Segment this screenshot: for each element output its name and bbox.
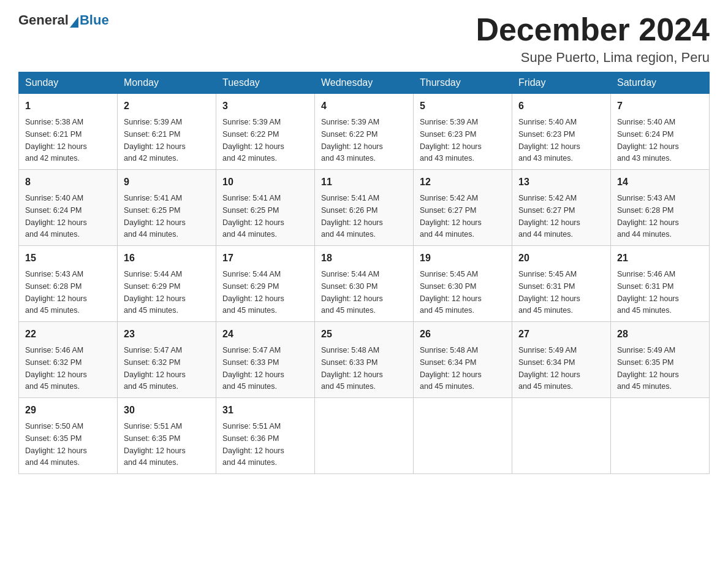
table-row [611, 398, 710, 474]
table-row: 18 Sunrise: 5:44 AM Sunset: 6:30 PM Dayl… [315, 246, 414, 322]
day-info: Sunrise: 5:47 AM Sunset: 6:32 PM Dayligh… [124, 346, 186, 391]
table-row: 13 Sunrise: 5:42 AM Sunset: 6:27 PM Dayl… [512, 170, 611, 246]
logo: General Blue [18, 12, 109, 28]
day-info: Sunrise: 5:48 AM Sunset: 6:33 PM Dayligh… [321, 346, 383, 391]
day-number: 6 [518, 99, 604, 113]
table-row: 8 Sunrise: 5:40 AM Sunset: 6:24 PM Dayli… [19, 170, 118, 246]
day-info: Sunrise: 5:40 AM Sunset: 6:24 PM Dayligh… [25, 194, 87, 239]
table-row: 23 Sunrise: 5:47 AM Sunset: 6:32 PM Dayl… [118, 322, 216, 398]
calendar-week-3: 15 Sunrise: 5:43 AM Sunset: 6:28 PM Dayl… [19, 246, 710, 322]
day-number: 8 [25, 175, 111, 190]
day-info: Sunrise: 5:43 AM Sunset: 6:28 PM Dayligh… [25, 270, 87, 315]
day-info: Sunrise: 5:46 AM Sunset: 6:32 PM Dayligh… [25, 346, 87, 391]
day-info: Sunrise: 5:38 AM Sunset: 6:21 PM Dayligh… [25, 118, 87, 163]
table-row: 20 Sunrise: 5:45 AM Sunset: 6:31 PM Dayl… [512, 246, 611, 322]
day-number: 26 [420, 327, 506, 342]
day-number: 13 [518, 175, 604, 190]
table-row: 11 Sunrise: 5:41 AM Sunset: 6:26 PM Dayl… [315, 170, 414, 246]
calendar-week-5: 29 Sunrise: 5:50 AM Sunset: 6:35 PM Dayl… [19, 398, 710, 474]
day-number: 15 [25, 251, 111, 266]
logo-arrow-icon [70, 17, 78, 28]
day-info: Sunrise: 5:39 AM Sunset: 6:22 PM Dayligh… [321, 118, 383, 163]
day-number: 4 [321, 99, 407, 113]
table-row: 22 Sunrise: 5:46 AM Sunset: 6:32 PM Dayl… [19, 322, 118, 398]
day-number: 25 [321, 327, 407, 342]
table-row: 28 Sunrise: 5:49 AM Sunset: 6:35 PM Dayl… [611, 322, 710, 398]
day-number: 7 [617, 99, 703, 113]
day-number: 9 [124, 175, 210, 190]
day-info: Sunrise: 5:39 AM Sunset: 6:22 PM Dayligh… [222, 118, 284, 163]
calendar-table: Sunday Monday Tuesday Wednesday Thursday… [18, 72, 710, 474]
day-number: 16 [124, 251, 210, 266]
day-info: Sunrise: 5:40 AM Sunset: 6:24 PM Dayligh… [617, 118, 679, 163]
day-info: Sunrise: 5:45 AM Sunset: 6:30 PM Dayligh… [420, 270, 482, 315]
day-info: Sunrise: 5:39 AM Sunset: 6:23 PM Dayligh… [420, 118, 482, 163]
day-info: Sunrise: 5:45 AM Sunset: 6:31 PM Dayligh… [518, 270, 580, 315]
table-row: 9 Sunrise: 5:41 AM Sunset: 6:25 PM Dayli… [118, 170, 216, 246]
day-info: Sunrise: 5:41 AM Sunset: 6:26 PM Dayligh… [321, 194, 383, 239]
table-row [512, 398, 611, 474]
day-number: 21 [617, 251, 703, 266]
day-number: 24 [222, 327, 308, 342]
calendar-week-2: 8 Sunrise: 5:40 AM Sunset: 6:24 PM Dayli… [19, 170, 710, 246]
day-info: Sunrise: 5:49 AM Sunset: 6:34 PM Dayligh… [518, 346, 580, 391]
header-saturday: Saturday [611, 72, 710, 94]
location-subtitle: Supe Puerto, Lima region, Peru [476, 50, 710, 66]
table-row: 6 Sunrise: 5:40 AM Sunset: 6:23 PM Dayli… [512, 94, 611, 170]
table-row: 7 Sunrise: 5:40 AM Sunset: 6:24 PM Dayli… [611, 94, 710, 170]
table-row [315, 398, 414, 474]
table-row: 26 Sunrise: 5:48 AM Sunset: 6:34 PM Dayl… [414, 322, 512, 398]
logo-general-text: General [18, 12, 69, 28]
table-row: 30 Sunrise: 5:51 AM Sunset: 6:35 PM Dayl… [118, 398, 216, 474]
day-info: Sunrise: 5:48 AM Sunset: 6:34 PM Dayligh… [420, 346, 482, 391]
day-number: 27 [518, 327, 604, 342]
header-thursday: Thursday [414, 72, 512, 94]
table-row: 15 Sunrise: 5:43 AM Sunset: 6:28 PM Dayl… [19, 246, 118, 322]
header-friday: Friday [512, 72, 611, 94]
day-info: Sunrise: 5:44 AM Sunset: 6:30 PM Dayligh… [321, 270, 383, 315]
day-info: Sunrise: 5:42 AM Sunset: 6:27 PM Dayligh… [518, 194, 580, 239]
title-section: December 2024 Supe Puerto, Lima region, … [476, 12, 710, 66]
day-info: Sunrise: 5:41 AM Sunset: 6:25 PM Dayligh… [222, 194, 284, 239]
table-row: 19 Sunrise: 5:45 AM Sunset: 6:30 PM Dayl… [414, 246, 512, 322]
calendar-week-1: 1 Sunrise: 5:38 AM Sunset: 6:21 PM Dayli… [19, 94, 710, 170]
table-row: 31 Sunrise: 5:51 AM Sunset: 6:36 PM Dayl… [216, 398, 315, 474]
day-info: Sunrise: 5:47 AM Sunset: 6:33 PM Dayligh… [222, 346, 284, 391]
day-number: 3 [222, 99, 308, 113]
calendar-header-row: Sunday Monday Tuesday Wednesday Thursday… [19, 72, 710, 94]
day-number: 18 [321, 251, 407, 266]
day-info: Sunrise: 5:51 AM Sunset: 6:35 PM Dayligh… [124, 422, 186, 467]
table-row: 10 Sunrise: 5:41 AM Sunset: 6:25 PM Dayl… [216, 170, 315, 246]
table-row: 4 Sunrise: 5:39 AM Sunset: 6:22 PM Dayli… [315, 94, 414, 170]
day-number: 30 [124, 403, 210, 418]
day-info: Sunrise: 5:50 AM Sunset: 6:35 PM Dayligh… [25, 422, 87, 467]
table-row: 5 Sunrise: 5:39 AM Sunset: 6:23 PM Dayli… [414, 94, 512, 170]
day-number: 31 [222, 403, 308, 418]
day-number: 14 [617, 175, 703, 190]
table-row: 24 Sunrise: 5:47 AM Sunset: 6:33 PM Dayl… [216, 322, 315, 398]
table-row: 3 Sunrise: 5:39 AM Sunset: 6:22 PM Dayli… [216, 94, 315, 170]
day-number: 17 [222, 251, 308, 266]
day-number: 28 [617, 327, 703, 342]
day-number: 2 [124, 99, 210, 113]
table-row: 14 Sunrise: 5:43 AM Sunset: 6:28 PM Dayl… [611, 170, 710, 246]
table-row: 16 Sunrise: 5:44 AM Sunset: 6:29 PM Dayl… [118, 246, 216, 322]
day-number: 22 [25, 327, 111, 342]
day-number: 5 [420, 99, 506, 113]
page-header: General Blue December 2024 Supe Puerto, … [18, 12, 710, 66]
day-info: Sunrise: 5:46 AM Sunset: 6:31 PM Dayligh… [617, 270, 679, 315]
day-info: Sunrise: 5:42 AM Sunset: 6:27 PM Dayligh… [420, 194, 482, 239]
table-row: 21 Sunrise: 5:46 AM Sunset: 6:31 PM Dayl… [611, 246, 710, 322]
day-number: 23 [124, 327, 210, 342]
table-row: 29 Sunrise: 5:50 AM Sunset: 6:35 PM Dayl… [19, 398, 118, 474]
day-info: Sunrise: 5:39 AM Sunset: 6:21 PM Dayligh… [124, 118, 186, 163]
day-info: Sunrise: 5:51 AM Sunset: 6:36 PM Dayligh… [222, 422, 284, 467]
day-number: 29 [25, 403, 111, 418]
logo-blue-text: Blue [80, 12, 109, 28]
day-number: 19 [420, 251, 506, 266]
day-number: 20 [518, 251, 604, 266]
day-number: 11 [321, 175, 407, 190]
table-row: 17 Sunrise: 5:44 AM Sunset: 6:29 PM Dayl… [216, 246, 315, 322]
day-number: 12 [420, 175, 506, 190]
table-row [414, 398, 512, 474]
